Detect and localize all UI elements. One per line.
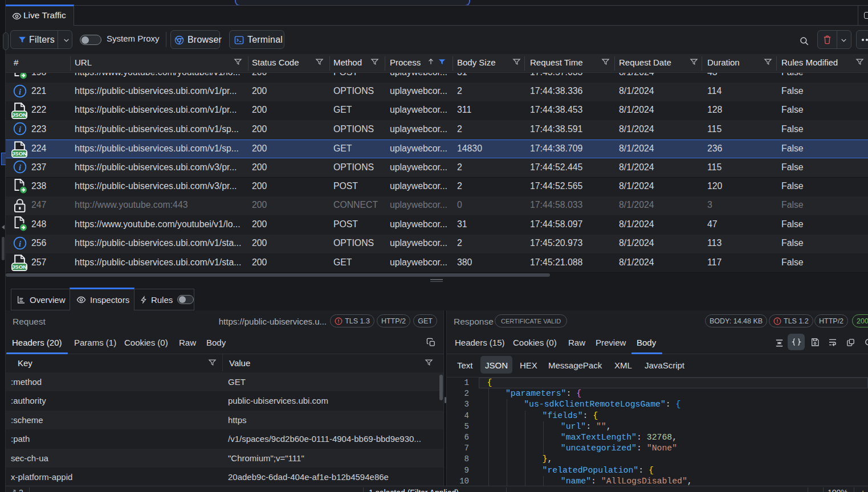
svg-text:JSON: JSON xyxy=(12,150,27,157)
svg-text:i: i xyxy=(19,87,22,96)
svg-text:i: i xyxy=(19,239,22,248)
svg-text:JSON: JSON xyxy=(12,264,27,270)
svg-text:i: i xyxy=(19,163,22,172)
svg-text:JSON: JSON xyxy=(12,112,27,118)
svg-text:i: i xyxy=(19,125,22,134)
